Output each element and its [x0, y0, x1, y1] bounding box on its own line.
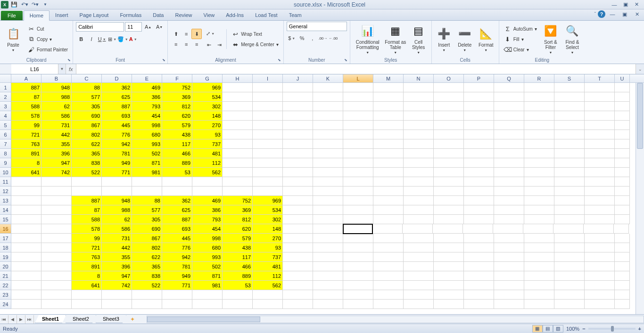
cell[interactable]: 53	[162, 168, 192, 177]
tab-data[interactable]: Data	[147, 10, 169, 20]
cell[interactable]	[434, 215, 464, 224]
cell[interactable]: 763	[72, 252, 102, 262]
cell[interactable]	[404, 300, 434, 309]
cell[interactable]	[373, 177, 404, 187]
font-color-button[interactable]: A▼	[128, 34, 138, 44]
cell[interactable]: 887	[72, 196, 102, 205]
align-center-button[interactable]: ≡	[181, 39, 191, 49]
cell[interactable]	[192, 177, 223, 187]
cell[interactable]	[192, 290, 223, 300]
cell[interactable]	[554, 300, 585, 309]
cell[interactable]	[343, 111, 373, 121]
cell[interactable]: 365	[72, 149, 102, 158]
cell[interactable]	[554, 290, 585, 300]
cell[interactable]	[41, 205, 72, 215]
cell[interactable]: 998	[192, 234, 223, 243]
cell[interactable]: 454	[132, 111, 162, 121]
cell[interactable]	[524, 215, 554, 224]
cell[interactable]	[524, 300, 554, 309]
cell[interactable]	[343, 234, 373, 243]
cell[interactable]: 969	[253, 196, 283, 205]
cell[interactable]	[554, 177, 585, 187]
cell[interactable]	[524, 158, 554, 168]
cell[interactable]	[372, 224, 403, 234]
cell[interactable]	[343, 130, 373, 139]
cell[interactable]	[494, 196, 524, 205]
cell[interactable]	[373, 262, 404, 271]
percent-button[interactable]: %	[297, 33, 307, 43]
cell[interactable]	[434, 281, 464, 290]
cell[interactable]	[313, 205, 343, 215]
cell[interactable]	[404, 196, 434, 205]
cell[interactable]	[494, 130, 524, 139]
cell[interactable]	[404, 243, 434, 252]
cell[interactable]: 781	[102, 149, 132, 158]
cell[interactable]: 577	[72, 92, 102, 102]
qat-customize-button[interactable]: ▼	[41, 0, 50, 9]
cell[interactable]	[283, 271, 313, 281]
cell[interactable]	[223, 83, 253, 92]
cell[interactable]	[72, 300, 102, 309]
cell[interactable]: 99	[72, 234, 102, 243]
zoom-slider[interactable]	[588, 328, 636, 330]
cell[interactable]	[343, 271, 373, 281]
file-tab[interactable]: File	[1, 11, 23, 20]
column-header-L[interactable]: L	[343, 74, 373, 82]
cell[interactable]	[41, 177, 72, 187]
cell[interactable]	[343, 243, 373, 252]
sheet-nav-first[interactable]: ⏮	[0, 315, 8, 324]
cell[interactable]: 445	[162, 234, 192, 243]
cell[interactable]	[283, 252, 313, 262]
cell[interactable]	[343, 139, 373, 149]
cell[interactable]	[132, 290, 162, 300]
cell[interactable]	[524, 271, 554, 281]
cell[interactable]: 270	[192, 121, 223, 130]
italic-button[interactable]: I	[86, 34, 97, 44]
cell[interactable]	[464, 215, 494, 224]
cell[interactable]: 438	[162, 130, 192, 139]
cell[interactable]: 763	[11, 139, 41, 149]
cell[interactable]: 442	[41, 130, 72, 139]
row-header[interactable]: 16	[0, 224, 11, 234]
cell[interactable]	[554, 92, 585, 102]
page-break-view-button[interactable]: ▧	[553, 325, 563, 333]
cell[interactable]	[162, 187, 192, 196]
cell[interactable]	[41, 187, 72, 196]
cell[interactable]	[373, 252, 404, 262]
cell[interactable]	[434, 262, 464, 271]
cell[interactable]	[283, 290, 313, 300]
tab-insert[interactable]: Insert	[50, 10, 74, 20]
cell[interactable]	[404, 130, 434, 139]
cell[interactable]: 438	[223, 243, 253, 252]
cell[interactable]	[253, 149, 283, 158]
cell[interactable]	[554, 187, 585, 196]
cell[interactable]: 793	[132, 102, 162, 111]
cell[interactable]	[464, 92, 494, 102]
horizontal-scrollbar[interactable]	[147, 316, 644, 323]
cell[interactable]: 948	[41, 83, 72, 92]
cell[interactable]	[585, 83, 615, 92]
cell[interactable]: 981	[192, 281, 223, 290]
cell[interactable]: 887	[102, 102, 132, 111]
cell[interactable]	[223, 121, 253, 130]
cell[interactable]	[434, 92, 464, 102]
cell[interactable]	[283, 149, 313, 158]
cell[interactable]	[554, 252, 585, 262]
column-header-P[interactable]: P	[464, 74, 494, 82]
column-header-F[interactable]: F	[162, 74, 192, 82]
cell[interactable]	[494, 121, 524, 130]
cell[interactable]: 355	[41, 139, 72, 149]
cell[interactable]	[403, 224, 433, 234]
cell[interactable]	[343, 149, 373, 158]
cell[interactable]	[313, 102, 343, 111]
zoom-out-button[interactable]: −	[582, 326, 585, 332]
cell[interactable]: 355	[102, 252, 132, 262]
cell[interactable]: 586	[102, 224, 132, 234]
cell[interactable]	[253, 187, 283, 196]
cell[interactable]: 88	[132, 196, 162, 205]
cell[interactable]	[373, 196, 404, 205]
cell[interactable]: 891	[11, 149, 41, 158]
row-header[interactable]: 21	[0, 271, 11, 281]
cell[interactable]	[283, 281, 313, 290]
cell[interactable]	[585, 92, 615, 102]
